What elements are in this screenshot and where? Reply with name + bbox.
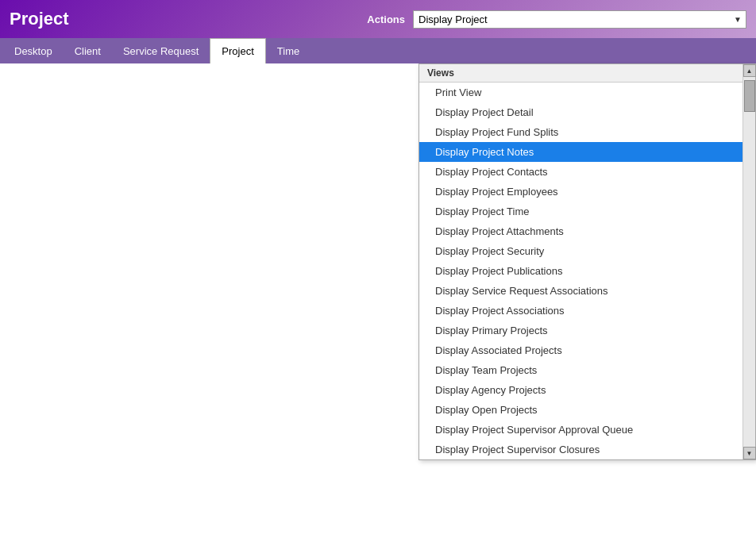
dropdown-item-16[interactable]: Display Open Projects	[419, 400, 742, 420]
nav-project[interactable]: Project	[210, 38, 265, 63]
nav-time[interactable]: Time	[266, 38, 310, 63]
dropdown-item-0[interactable]: Print View	[419, 83, 742, 102]
main-content: Views Print ViewDisplay Project DetailDi…	[0, 63, 756, 538]
scroll-down-arrow[interactable]: ▼	[743, 447, 756, 459]
navbar: Desktop Client Service Request Project T…	[0, 38, 756, 63]
header: Project Actions Display Project	[0, 0, 756, 38]
views-section-label: Views	[419, 64, 742, 83]
page-title: Project	[10, 9, 69, 29]
dropdown-item-5[interactable]: Display Project Employees	[419, 182, 742, 202]
dropdown-item-11[interactable]: Display Project Associations	[419, 301, 742, 321]
dropdown-item-4[interactable]: Display Project Contacts	[419, 162, 742, 182]
dropdown-item-18[interactable]: Display Project Supervisor Closures	[419, 440, 742, 459]
dropdown-scrollbar[interactable]: ▲ ▼	[742, 64, 755, 459]
dropdown-item-3[interactable]: Display Project Notes	[419, 142, 742, 162]
dropdown-item-7[interactable]: Display Project Attachments	[419, 221, 742, 241]
dropdown-item-9[interactable]: Display Project Publications	[419, 261, 742, 281]
dropdown-item-8[interactable]: Display Project Security	[419, 241, 742, 261]
dropdown-item-17[interactable]: Display Project Supervisor Approval Queu…	[419, 420, 742, 440]
dropdown-items: Print ViewDisplay Project DetailDisplay …	[419, 83, 742, 459]
nav-service-request[interactable]: Service Request	[112, 38, 210, 63]
scroll-up-arrow[interactable]: ▲	[743, 64, 756, 77]
dropdown-item-14[interactable]: Display Team Projects	[419, 360, 742, 380]
dropdown-item-10[interactable]: Display Service Request Associations	[419, 281, 742, 301]
nav-client[interactable]: Client	[64, 38, 112, 63]
actions-select[interactable]: Display Project	[413, 10, 746, 29]
dropdown-item-6[interactable]: Display Project Time	[419, 202, 742, 221]
actions-select-wrapper[interactable]: Display Project	[413, 10, 746, 29]
header-right: Actions Display Project	[367, 10, 746, 29]
scrollbar-thumb	[744, 80, 755, 112]
dropdown-content: Views Print ViewDisplay Project DetailDi…	[419, 64, 742, 459]
dropdown-item-2[interactable]: Display Project Fund Splits	[419, 122, 742, 142]
views-dropdown[interactable]: Views Print ViewDisplay Project DetailDi…	[418, 63, 756, 460]
dropdown-item-15[interactable]: Display Agency Projects	[419, 380, 742, 400]
dropdown-item-12[interactable]: Display Primary Projects	[419, 321, 742, 340]
actions-label: Actions	[367, 13, 405, 25]
scrollbar-track	[743, 77, 755, 447]
dropdown-item-1[interactable]: Display Project Detail	[419, 102, 742, 122]
nav-desktop[interactable]: Desktop	[3, 38, 64, 63]
dropdown-item-13[interactable]: Display Associated Projects	[419, 340, 742, 360]
